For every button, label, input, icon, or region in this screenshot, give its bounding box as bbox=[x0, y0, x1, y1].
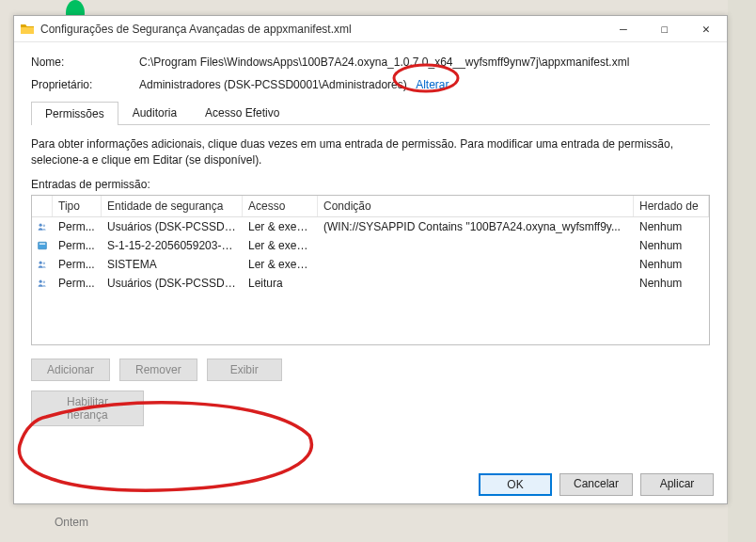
cell-access: Leitura bbox=[243, 275, 318, 292]
col-entity[interactable]: Entidade de segurança bbox=[102, 196, 243, 216]
cancel-button[interactable]: Cancelar bbox=[559, 473, 633, 496]
svg-point-1 bbox=[43, 224, 46, 227]
cell-entity: Usuários (DSK-PCSSD0... bbox=[102, 275, 243, 292]
cell-inherited: Nenhum bbox=[634, 237, 709, 254]
cell-type: Perm... bbox=[53, 256, 102, 273]
cell-entity: SISTEMA bbox=[102, 256, 243, 273]
users-icon bbox=[32, 217, 53, 236]
maximize-button[interactable]: ☐ bbox=[644, 16, 685, 41]
svg-point-0 bbox=[39, 223, 42, 226]
tab-effective-access[interactable]: Acesso Efetivo bbox=[191, 101, 293, 124]
users-icon bbox=[32, 255, 53, 274]
table-row[interactable]: Perm...Usuários (DSK-PCSSD0...Ler & exec… bbox=[32, 217, 709, 236]
cell-access: Ler & execu... bbox=[243, 218, 318, 235]
list-header: Tipo Entidade de segurança Acesso Condiç… bbox=[32, 196, 709, 217]
cell-condition bbox=[318, 281, 634, 285]
table-row[interactable]: Perm...S-1-15-2-2056059203-1...Ler & exe… bbox=[32, 236, 709, 255]
cell-inherited: Nenhum bbox=[634, 275, 709, 292]
col-type[interactable]: Tipo bbox=[53, 196, 102, 216]
svg-point-5 bbox=[43, 262, 46, 264]
svg-point-7 bbox=[43, 280, 46, 283]
owner-label: Proprietário: bbox=[31, 78, 139, 91]
cell-entity: Usuários (DSK-PCSSD0... bbox=[102, 218, 243, 235]
table-row[interactable]: Perm...SISTEMALer & execu...Nenhum bbox=[32, 255, 709, 274]
cell-access: Ler & execu... bbox=[243, 256, 318, 273]
tab-strip: Permissões Auditoria Acesso Efetivo bbox=[31, 101, 710, 125]
cell-inherited: Nenhum bbox=[634, 256, 709, 273]
window-title: Configurações de Segurança Avançadas de … bbox=[40, 23, 603, 36]
cell-condition bbox=[318, 263, 634, 266]
cell-entity: S-1-15-2-2056059203-1... bbox=[102, 237, 243, 254]
remove-button[interactable]: Remover bbox=[119, 359, 197, 381]
enable-inheritance-button[interactable]: Habilitar herança bbox=[31, 391, 144, 426]
tab-auditing[interactable]: Auditoria bbox=[118, 101, 191, 124]
name-label: Nome: bbox=[31, 56, 139, 69]
svg-rect-3 bbox=[39, 243, 45, 244]
cell-type: Perm... bbox=[53, 275, 102, 292]
col-access[interactable]: Acesso bbox=[243, 196, 318, 216]
tab-permissions[interactable]: Permissões bbox=[31, 102, 118, 125]
svg-point-6 bbox=[39, 279, 42, 282]
col-inherited[interactable]: Herdado de bbox=[634, 196, 709, 216]
cell-condition: (WIN://SYSAPPID Contains "100B7A24.oxyna… bbox=[318, 218, 634, 235]
svg-rect-2 bbox=[39, 242, 47, 249]
change-owner-link[interactable]: Alterar bbox=[416, 78, 449, 91]
svg-point-4 bbox=[39, 261, 42, 263]
cell-access: Ler & execu... bbox=[243, 237, 318, 254]
ok-button[interactable]: OK bbox=[479, 473, 552, 496]
add-button[interactable]: Adicionar bbox=[31, 359, 110, 381]
cell-type: Perm... bbox=[53, 218, 102, 235]
cell-inherited: Nenhum bbox=[634, 218, 709, 235]
description-text: Para obter informações adicionais, cliqu… bbox=[31, 136, 710, 168]
titlebar: Configurações de Segurança Avançadas de … bbox=[14, 16, 727, 42]
permission-entries-list[interactable]: Tipo Entidade de segurança Acesso Condiç… bbox=[31, 195, 710, 345]
users-icon bbox=[32, 274, 53, 293]
apply-button[interactable]: Aplicar bbox=[640, 473, 714, 496]
app-icon bbox=[32, 236, 53, 255]
owner-value: Administradores (DSK-PCSSD0001\Administr… bbox=[139, 78, 449, 91]
cell-condition bbox=[318, 244, 634, 247]
table-row[interactable]: Perm...Usuários (DSK-PCSSD0...LeituraNen… bbox=[32, 274, 709, 293]
security-dialog: Configurações de Segurança Avançadas de … bbox=[13, 15, 728, 504]
minimize-button[interactable]: — bbox=[603, 16, 644, 41]
bg-ontem: Ontem bbox=[55, 516, 88, 529]
entries-label: Entradas de permissão: bbox=[31, 178, 710, 191]
close-button[interactable]: ✕ bbox=[685, 16, 727, 41]
col-condition[interactable]: Condição bbox=[318, 196, 634, 216]
folder-icon bbox=[20, 22, 35, 37]
view-button[interactable]: Exibir bbox=[207, 359, 282, 381]
name-value: C:\Program Files\WindowsApps\100B7A24.ox… bbox=[139, 56, 629, 69]
cell-type: Perm... bbox=[53, 237, 102, 254]
